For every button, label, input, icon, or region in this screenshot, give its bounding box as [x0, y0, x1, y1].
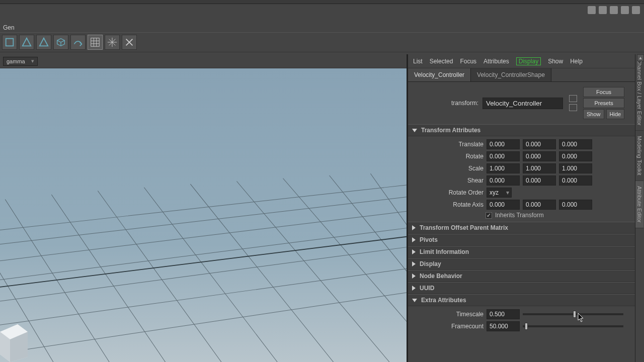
svg-line-9 [0, 197, 407, 247]
chevron-right-icon [412, 237, 416, 242]
svg-line-25 [0, 237, 407, 290]
svg-line-12 [0, 247, 407, 305]
timescale-input[interactable] [487, 309, 520, 319]
menu-attributes[interactable]: Attributes [484, 58, 509, 65]
framecount-input[interactable] [487, 321, 520, 331]
presets-button[interactable]: Presets [583, 98, 624, 108]
attribute-editor: List Selected Focus Attributes Display S… [408, 54, 644, 362]
svg-line-14 [0, 293, 407, 357]
tool-poly-1[interactable] [2, 35, 17, 50]
section-uuid[interactable]: UUID [408, 282, 644, 294]
rotate-axis-z[interactable] [559, 200, 592, 210]
rotate-z[interactable] [559, 151, 592, 161]
shelf-toolbar [0, 32, 644, 52]
section-display[interactable]: Display [408, 258, 644, 270]
tool-cube[interactable] [53, 35, 68, 50]
colorspace-dropdown[interactable]: gamma [3, 57, 38, 66]
rotate-axis-y[interactable] [523, 200, 556, 210]
framecount-label: Framecount [408, 323, 484, 330]
chevron-right-icon [412, 261, 416, 266]
svg-line-11 [0, 228, 407, 283]
menu-gen[interactable]: Gen [0, 23, 18, 32]
svg-line-19 [144, 188, 288, 362]
shelf-icon-2[interactable] [599, 6, 607, 14]
chevron-down-icon [412, 299, 417, 302]
svg-line-13 [0, 269, 407, 329]
viewport-3d[interactable] [0, 68, 407, 362]
svg-line-21 [236, 182, 401, 362]
shelf-icon-5[interactable] [632, 6, 640, 14]
menu-help[interactable]: Help [570, 58, 583, 65]
rail-tab-modeling-toolkit[interactable]: Modeling Toolkit [635, 131, 643, 181]
menu-show[interactable]: Show [548, 58, 563, 65]
section-extra-attributes[interactable]: Extra Attributes [408, 294, 644, 306]
svg-line-22 [283, 178, 407, 357]
inherits-transform-label: Inherits Transform [495, 212, 544, 219]
menu-display[interactable]: Display [516, 57, 541, 65]
menu-focus[interactable]: Focus [460, 58, 476, 65]
chevron-down-icon [412, 129, 417, 132]
chevron-right-icon [412, 286, 416, 291]
translate-z[interactable] [559, 139, 592, 149]
svg-line-10 [0, 212, 407, 264]
section-title: Transform Attributes [421, 127, 480, 134]
menu-selected[interactable]: Selected [430, 58, 453, 65]
scale-y[interactable] [523, 163, 556, 173]
select-input-icon[interactable] [569, 95, 577, 102]
tab-velocity-controller-shape[interactable]: Velocity_ControllerShape [471, 68, 551, 81]
shelf-icon-3[interactable] [610, 6, 618, 14]
node-name-input[interactable] [482, 98, 563, 109]
translate-label: Translate [408, 141, 484, 148]
section-pivots[interactable]: Pivots [408, 234, 644, 246]
rotate-axis-x[interactable] [487, 200, 520, 210]
scene-cube [0, 317, 35, 362]
inherits-transform-checkbox[interactable] [486, 212, 492, 219]
shelf-icon-4[interactable] [621, 6, 629, 14]
timescale-slider[interactable] [523, 313, 623, 315]
framecount-slider[interactable] [523, 325, 623, 327]
shear-x[interactable] [487, 175, 520, 186]
chevron-right-icon [412, 225, 416, 230]
tool-grid[interactable] [88, 35, 103, 50]
svg-rect-0 [6, 39, 14, 46]
ground-grid [0, 156, 407, 362]
tab-velocity-controller[interactable]: Velocity_Controller [408, 68, 471, 81]
scale-z[interactable] [559, 163, 592, 173]
tool-spark[interactable] [105, 35, 120, 50]
translate-y[interactable] [523, 139, 556, 149]
translate-x[interactable] [487, 139, 520, 149]
shelf-icon-1[interactable] [588, 6, 596, 14]
rotate-axis-label: Rotate Axis [408, 201, 484, 208]
section-title: Extra Attributes [421, 297, 466, 304]
scroll-up-icon[interactable]: ▲ [637, 54, 644, 61]
svg-rect-3 [91, 38, 100, 47]
rotate-label: Rotate [408, 153, 484, 160]
svg-marker-2 [40, 38, 48, 46]
tool-cross[interactable] [122, 35, 137, 50]
rotate-order-select[interactable]: xyz [487, 188, 512, 198]
tool-poly-2[interactable] [19, 35, 34, 50]
timescale-label: Timescale [408, 311, 484, 318]
scale-x[interactable] [487, 163, 520, 173]
shear-z[interactable] [559, 175, 592, 186]
rail-tab-channel-box[interactable]: Channel Box / Layer Editor [635, 54, 643, 131]
section-limit-information[interactable]: Limit Information [408, 246, 644, 258]
rotate-y[interactable] [523, 151, 556, 161]
tool-poly-3[interactable] [36, 35, 51, 50]
menu-list[interactable]: List [413, 58, 423, 65]
hide-button[interactable]: Hide [606, 109, 625, 119]
scale-label: Scale [408, 165, 484, 172]
rail-tab-attribute-editor[interactable]: Attribute Editor [635, 181, 643, 228]
rotate-x[interactable] [487, 151, 520, 161]
tool-arrow[interactable] [70, 35, 86, 50]
shear-label: Shear [408, 177, 484, 184]
section-node-behavior[interactable]: Node Behavior [408, 270, 644, 282]
focus-button[interactable]: Focus [583, 87, 624, 97]
shear-y[interactable] [523, 175, 556, 186]
svg-line-18 [98, 191, 231, 362]
section-transform-attributes[interactable]: Transform Attributes [408, 124, 644, 136]
section-offset-parent-matrix[interactable]: Transform Offset Parent Matrix [408, 222, 644, 234]
svg-marker-1 [23, 38, 31, 46]
select-output-icon[interactable] [569, 104, 577, 111]
show-button[interactable]: Show [583, 109, 604, 119]
